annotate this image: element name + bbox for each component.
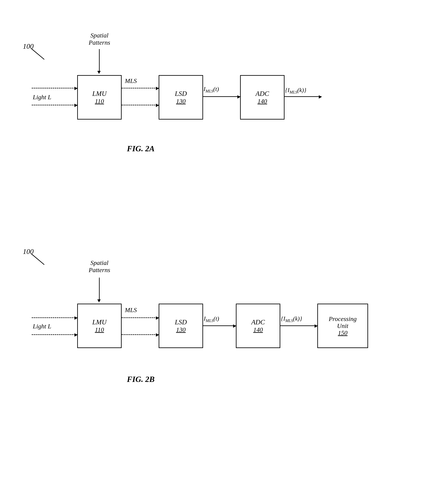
block-lmu-2a: LMU 110 — [77, 75, 122, 119]
spatial-patterns-label-2b: SpatialPatterns — [82, 259, 116, 274]
lsd-adc-arrow-2b — [203, 325, 236, 326]
light-label-2a: Light L — [33, 93, 51, 101]
block-lsd-2a: LSD 130 — [159, 75, 203, 119]
block-lsd-2b: LSD 130 — [159, 304, 203, 348]
imls-t-label-2b: IMLS(t) — [204, 315, 219, 323]
lsd-adc-arrow-2a — [203, 96, 240, 97]
block-adc-2b: ADC 140 — [236, 304, 280, 348]
imls-k-label-2a: {IMLS(k)} — [285, 87, 306, 95]
adc-pu-arrow-2b — [280, 325, 317, 326]
spatial-patterns-arrow-2b — [99, 278, 100, 300]
input-arrow-top-2b — [32, 317, 77, 318]
ref-arrow-2a — [31, 48, 45, 60]
caption-2b: FIG. 2B — [127, 375, 155, 384]
input-arrow-bottom-2b — [32, 334, 77, 335]
input-arrow-bottom-2a — [32, 105, 77, 105]
mls-label-2a: MLS — [125, 77, 137, 84]
imls-t-label-2a: IMLS(t) — [204, 86, 219, 93]
adc-output-arrow-2a — [285, 96, 322, 97]
input-arrow-top-2a — [32, 88, 77, 89]
spatial-patterns-arrow-2a — [99, 49, 100, 72]
lmu-lsd-arrow-bottom-2b — [122, 334, 159, 335]
mls-label-2b: MLS — [125, 306, 137, 314]
block-adc-2a: ADC 140 — [240, 75, 285, 119]
ref-arrow-2b — [31, 253, 45, 265]
light-label-2b: Light L — [33, 323, 51, 330]
spatial-patterns-label-2a: SpatialPatterns — [82, 32, 116, 46]
lmu-lsd-arrow-top-2b — [122, 317, 159, 318]
block-pu-2b: ProcessingUnit 150 — [317, 304, 368, 348]
block-lmu-2b: LMU 110 — [77, 304, 122, 348]
imls-k-label-2b: {IMLS(k)} — [281, 315, 302, 323]
lmu-lsd-arrow-bottom-2a — [122, 105, 159, 105]
lmu-lsd-arrow-top-2a — [122, 88, 159, 89]
caption-2a: FIG. 2A — [127, 144, 155, 153]
